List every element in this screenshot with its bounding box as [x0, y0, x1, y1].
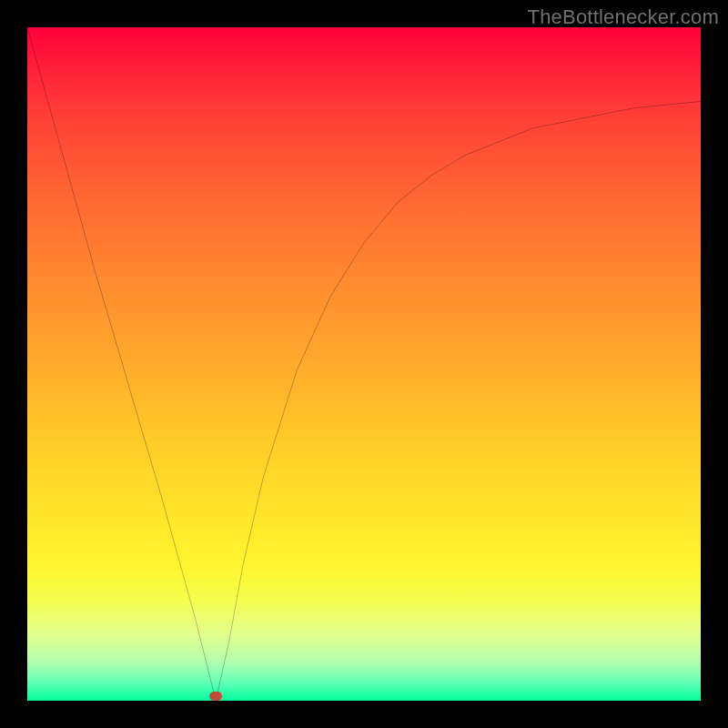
attribution-label: TheBottlenecker.com [528, 5, 719, 29]
minimum-marker [209, 692, 222, 701]
curve-path [27, 27, 701, 701]
plot-area [27, 27, 701, 701]
chart-frame: TheBottlenecker.com [0, 0, 728, 728]
bottleneck-curve [27, 27, 701, 701]
